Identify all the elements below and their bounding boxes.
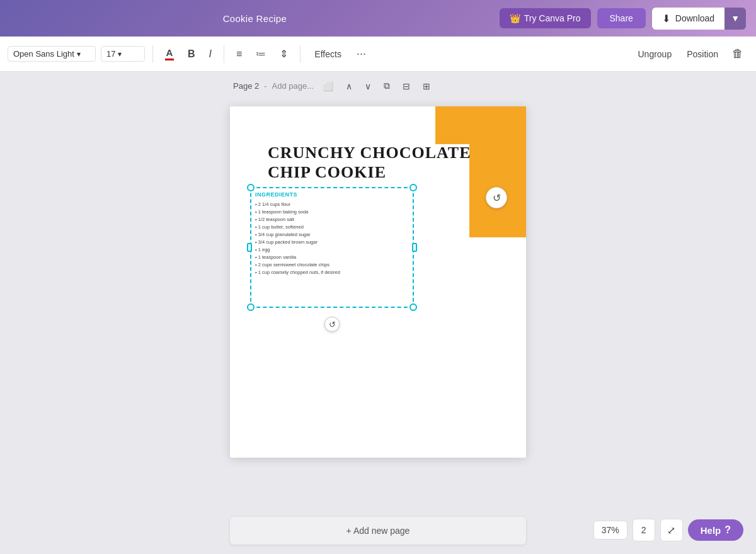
resize-handle-bottom-left[interactable] (247, 303, 255, 311)
resize-handle-mid-left[interactable] (247, 243, 252, 252)
page-label: Page 2 (233, 81, 259, 91)
list-item: 3/4 cup packed brown sugar (255, 239, 409, 246)
fullscreen-button[interactable]: ⤢ (660, 519, 683, 541)
yellow-rectangle-shape (469, 106, 526, 237)
text-color-icon: A (165, 47, 174, 60)
list-button[interactable]: ≔ (251, 45, 270, 63)
font-family-selector[interactable]: Open Sans Light ▾ (8, 46, 96, 62)
font-size-selector[interactable]: 17 ▾ (101, 46, 145, 62)
try-canva-button[interactable]: 👑 Try Canva Pro (500, 8, 591, 28)
chevron-down-icon: ▾ (118, 50, 122, 59)
bold-button[interactable]: B (183, 45, 200, 63)
crown-icon: 👑 (510, 13, 520, 23)
list-item: 3/4 cup granulated sugar (255, 231, 409, 239)
resize-handle-mid-right[interactable] (412, 243, 417, 252)
ungroup-button[interactable]: Ungroup (631, 46, 678, 62)
share-button[interactable]: Share (597, 8, 646, 28)
canvas-area: CRUNCHY CHOCOLATE CHIP COOKIE INGREDIENT… (0, 100, 756, 507)
list-item: 1 egg (255, 246, 409, 254)
add-icon-button[interactable]: ⊞ (419, 79, 434, 94)
spacing-icon: ⇕ (280, 48, 288, 60)
resize-handle-bottom-right[interactable] (410, 303, 417, 311)
download-icon: ⬇ (662, 13, 670, 25)
download-button-group: ⬇ Download ▼ (652, 8, 746, 30)
add-new-page-button[interactable]: + Add new page (230, 517, 526, 545)
frame-icon: ⬜ (323, 81, 333, 91)
trash-icon: 🗑 (732, 47, 743, 60)
fullscreen-icon: ⤢ (667, 524, 675, 536)
top-header: Cookie Recipe 👑 Try Canva Pro Share ⬇ Do… (0, 0, 756, 37)
resize-handle-top-left[interactable] (247, 184, 255, 191)
copy-page-button[interactable]: ⧉ (380, 78, 394, 94)
toolbar-divider-2 (224, 45, 224, 63)
list-item: 1/2 teaspoon salt (255, 216, 409, 223)
more-options-button[interactable]: ··· (353, 45, 370, 63)
recipe-title[interactable]: CRUNCHY CHOCOLATE CHIP COOKIE (268, 143, 471, 182)
chevron-down-icon: ▾ (77, 50, 81, 59)
chevron-down-icon: ∨ (365, 81, 371, 91)
effects-button[interactable]: Effects (308, 46, 348, 62)
delete-icon: ⊟ (403, 81, 410, 91)
toolbar-right: Ungroup Position 🗑 (631, 45, 748, 63)
list-item: 1 teaspoon baking soda (255, 208, 409, 216)
add-icon: ⊞ (423, 81, 430, 91)
refresh-button[interactable]: ↺ (486, 187, 507, 208)
selected-text-box[interactable]: INGREDIENTS 2 1/4 cups flour 1 teaspoon … (250, 187, 414, 308)
separator: - (264, 81, 266, 91)
ingredients-text-content: INGREDIENTS 2 1/4 cups flour 1 teaspoon … (255, 191, 409, 304)
align-icon: ≡ (236, 48, 242, 60)
page-down-button[interactable]: ∨ (361, 79, 375, 94)
page-up-button[interactable]: ∧ (342, 79, 356, 94)
list-item: 1 cup butter, softened (255, 223, 409, 231)
download-chevron-button[interactable]: ▼ (724, 8, 746, 30)
rotate-handle[interactable]: ↺ (324, 317, 340, 332)
ingredients-list: 2 1/4 cups flour 1 teaspoon baking soda … (255, 201, 409, 276)
help-question-icon: ? (724, 524, 731, 536)
spacing-button[interactable]: ⇕ (275, 45, 292, 63)
toolbar-divider-3 (300, 45, 301, 63)
delete-page-button[interactable]: ⊟ (399, 79, 414, 94)
position-button[interactable]: Position (680, 46, 724, 62)
delete-button[interactable]: 🗑 (727, 45, 748, 63)
header-actions: 👑 Try Canva Pro Share ⬇ Download ▼ (500, 8, 746, 30)
refresh-icon: ↺ (493, 192, 501, 204)
resize-handle-top-right[interactable] (410, 184, 417, 191)
zoom-display[interactable]: 37% (593, 521, 627, 540)
italic-button[interactable]: I (205, 45, 216, 63)
copy-icon: ⧉ (384, 81, 390, 91)
rotate-icon: ↺ (329, 320, 336, 329)
page: CRUNCHY CHOCOLATE CHIP COOKIE INGREDIENT… (230, 106, 526, 458)
align-button[interactable]: ≡ (232, 45, 246, 63)
add-page-link[interactable]: Add page... (272, 81, 314, 91)
list-item: 1 teaspoon vanilla (255, 254, 409, 261)
toolbar: Open Sans Light ▾ 17 ▾ A B I ≡ ≔ ⇕ Effec… (0, 37, 756, 72)
list-item: 1 cup coarsely chopped nuts, if desired (255, 269, 409, 276)
yellow-notch-shape (435, 106, 469, 144)
page-controls: Page 2 - Add page... ⬜ ∧ ∨ ⧉ ⊟ ⊞ (0, 72, 756, 100)
ingredients-heading: INGREDIENTS (255, 191, 409, 200)
list-item: 2 cups semisweet chocolate chips (255, 261, 409, 269)
document-title: Cookie Recipe (223, 13, 287, 24)
header-center: Cookie Recipe (223, 13, 287, 24)
list-item: 2 1/4 cups flour (255, 201, 409, 208)
chevron-up-icon: ∧ (346, 81, 352, 91)
chevron-down-icon: ▼ (731, 13, 740, 23)
bottom-right-controls: 37% 2 ⤢ Help ? (593, 519, 743, 541)
download-button[interactable]: ⬇ Download (652, 8, 724, 30)
list-icon: ≔ (256, 48, 266, 60)
page-frame-button[interactable]: ⬜ (319, 79, 337, 94)
help-button[interactable]: Help ? (688, 519, 743, 541)
page-number-button[interactable]: 2 (633, 519, 655, 541)
more-icon: ··· (357, 47, 366, 60)
text-color-button[interactable]: A (161, 44, 178, 64)
toolbar-divider (152, 45, 153, 63)
